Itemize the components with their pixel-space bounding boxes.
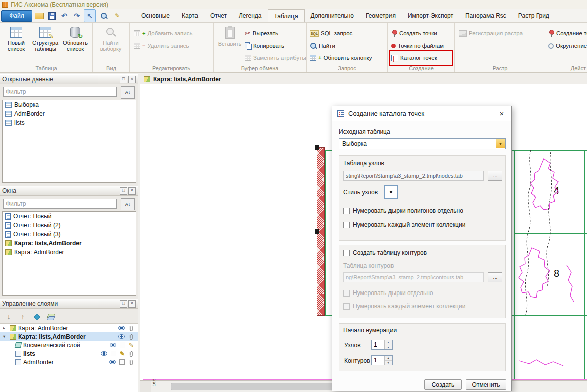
- dialog-close-icon[interactable]: ×: [497, 109, 506, 118]
- list-item-report-3[interactable]: Отчет: Новый (3): [3, 230, 136, 239]
- checkbox-box[interactable]: [343, 208, 350, 214]
- scrollbar-thumb[interactable]: [171, 383, 353, 390]
- panel-float-button[interactable]: □: [120, 300, 127, 308]
- copy-button[interactable]: Копировать: [245, 40, 284, 51]
- refresh-list-button[interactable]: ↻ Обновить список: [61, 26, 89, 52]
- find-button[interactable]: Найти: [310, 40, 335, 51]
- visibility-eye-icon[interactable]: [101, 351, 107, 356]
- points-catalog-button[interactable]: Каталог точек: [391, 52, 437, 63]
- tab-dopolnitelno[interactable]: Дополнительно: [305, 9, 360, 22]
- add-record-button[interactable]: + Добавить запись: [134, 28, 193, 39]
- list-item-vyborka[interactable]: Выборка: [3, 100, 136, 109]
- number-each-collection-element-checkbox[interactable]: Нумеровать каждый элемент коллекции: [343, 221, 465, 228]
- tab-legenda[interactable]: Легенда: [233, 9, 268, 22]
- visibility-eye-icon[interactable]: [110, 343, 116, 347]
- delete-record-button[interactable]: − Удалить запись: [134, 40, 189, 51]
- sort-az-button[interactable]: А↓: [121, 198, 135, 210]
- spin-up-icon[interactable]: ▲: [385, 340, 392, 345]
- nodes-browse-button[interactable]: ...: [488, 171, 502, 181]
- editable-pencil-icon[interactable]: ✎: [120, 351, 125, 357]
- open-data-filter-input[interactable]: [3, 87, 117, 97]
- draw-tool-icon[interactable]: ✎: [111, 9, 123, 22]
- tab-karta[interactable]: Карта: [176, 9, 204, 22]
- find-selection-button[interactable]: Найти выборку: [96, 26, 125, 52]
- new-list-button[interactable]: Новый список: [2, 26, 30, 52]
- spin-down-icon[interactable]: ▼: [385, 345, 392, 350]
- selection-handle[interactable]: [315, 229, 319, 234]
- create-button[interactable]: Создать: [424, 379, 462, 390]
- tree-row-map-lists-admborder[interactable]: ▾ Карта: lists,AdmBorder: [0, 332, 138, 341]
- panel-close-button[interactable]: ×: [128, 76, 136, 83]
- checkbox-box[interactable]: [343, 222, 350, 228]
- contours-browse-button[interactable]: ...: [488, 272, 502, 282]
- spin-down-icon[interactable]: ▼: [385, 361, 392, 365]
- tab-osnovnye[interactable]: Основные: [135, 9, 176, 22]
- nodes-start-input[interactable]: [372, 340, 385, 349]
- update-column-button[interactable]: + Обновить колонку: [310, 52, 372, 63]
- file-menu-button[interactable]: Файл: [1, 10, 32, 22]
- dialog-title-bar[interactable]: Создание каталога точек ×: [332, 106, 511, 121]
- tab-rastr-grid[interactable]: Растр Грид: [512, 9, 555, 22]
- windows-filter-input[interactable]: [3, 199, 117, 209]
- create-contours-table-checkbox[interactable]: Создать таблицу контуров: [343, 249, 427, 256]
- tree-row-map-admborder[interactable]: ▸ Карта: AdmBorder: [0, 324, 138, 332]
- number-holes-separately-checkbox[interactable]: Нумеровать дырки отдельно: [343, 289, 433, 297]
- layers-stack-icon[interactable]: [46, 312, 55, 321]
- expander-icon[interactable]: ▸: [3, 326, 8, 330]
- contours-start-spinner[interactable]: ▲ ▼: [371, 355, 393, 365]
- points-by-files-button[interactable]: Точки по файлам: [391, 40, 444, 51]
- panel-close-button[interactable]: ×: [128, 300, 136, 308]
- create-points-button[interactable]: Создать точки: [391, 28, 437, 39]
- zoom-tool-icon[interactable]: [97, 9, 110, 22]
- sql-query-button[interactable]: SQL SQL-запрос: [310, 28, 352, 39]
- number-polygon-holes-checkbox[interactable]: Нумеровать дырки полигонов отдельно: [343, 207, 463, 214]
- select-cursor-icon[interactable]: ↖: [84, 9, 96, 22]
- visibility-eye-icon[interactable]: [109, 360, 116, 364]
- table-structure-button[interactable]: ✎ Структура таблицы: [31, 26, 59, 52]
- open-folder-icon[interactable]: [34, 10, 45, 22]
- sort-az-button[interactable]: А↓: [121, 86, 135, 99]
- contours-table-path-field[interactable]: [343, 272, 484, 282]
- tab-geometriya[interactable]: Геометрия: [360, 9, 402, 22]
- tree-row-admborder[interactable]: AdmBorder: [0, 358, 138, 366]
- undo-icon[interactable]: ↶: [59, 10, 70, 22]
- source-table-combobox[interactable]: Выборка ▼: [339, 138, 506, 149]
- checkbox-box[interactable]: [343, 290, 350, 297]
- visibility-eye-icon[interactable]: [118, 326, 125, 330]
- rounding-button[interactable]: Округление: [548, 40, 587, 51]
- save-icon[interactable]: [46, 10, 57, 22]
- panel-float-button[interactable]: □: [120, 187, 127, 195]
- nodes-table-path-field[interactable]: [343, 171, 484, 181]
- combobox-dropdown-icon[interactable]: ▼: [496, 139, 505, 148]
- list-item-admborder[interactable]: AdmBorder: [3, 109, 136, 118]
- tree-row-lists[interactable]: lists ✎: [0, 349, 138, 358]
- list-item-map-admborder[interactable]: Карта: AdmBorder: [3, 248, 136, 257]
- list-item-report-1[interactable]: Отчет: Новый: [3, 212, 136, 221]
- register-raster-button[interactable]: Регистрация растра: [459, 28, 523, 39]
- redo-icon[interactable]: ↷: [71, 10, 82, 22]
- expander-icon[interactable]: ▾: [3, 334, 8, 339]
- add-layer-icon[interactable]: [32, 312, 41, 321]
- map-document-tab[interactable]: Карта: lists,AdmBorder: [140, 74, 587, 84]
- spin-up-icon[interactable]: ▲: [385, 356, 392, 361]
- cut-button[interactable]: ✂ Вырезать: [245, 28, 278, 39]
- list-item-lists[interactable]: lists: [3, 118, 136, 127]
- move-layer-up-icon[interactable]: ↑: [18, 312, 27, 321]
- tab-import-export[interactable]: Импорт-Экспорт: [402, 9, 459, 22]
- visibility-eye-icon[interactable]: [118, 334, 125, 339]
- number-each-collection-element-checkbox-2[interactable]: Нумеровать каждый элемент коллекции: [343, 303, 465, 310]
- selection-handle[interactable]: [315, 145, 319, 150]
- panel-float-button[interactable]: □: [120, 76, 127, 83]
- node-style-button[interactable]: ●: [384, 185, 398, 199]
- tab-tablitsa[interactable]: Таблица: [268, 9, 305, 22]
- create-points-style-button[interactable]: Создание то: [548, 28, 587, 39]
- paste-button[interactable]: Вставить: [216, 26, 244, 47]
- list-item-map-lists-admborder[interactable]: Карта: lists,AdmBorder: [3, 239, 136, 248]
- checkbox-box[interactable]: [343, 303, 350, 310]
- tree-row-cosmetic-layer[interactable]: Косметический слой ✎: [0, 341, 138, 349]
- move-layer-down-icon[interactable]: ↓: [4, 312, 13, 321]
- contours-start-input[interactable]: [372, 356, 385, 365]
- tab-panorama-rsc[interactable]: Панорама Rsc: [459, 9, 512, 22]
- list-item-report-2[interactable]: Отчет: Новый (2): [3, 221, 136, 230]
- replace-attributes-button[interactable]: Заменить атрибуты: [245, 52, 306, 63]
